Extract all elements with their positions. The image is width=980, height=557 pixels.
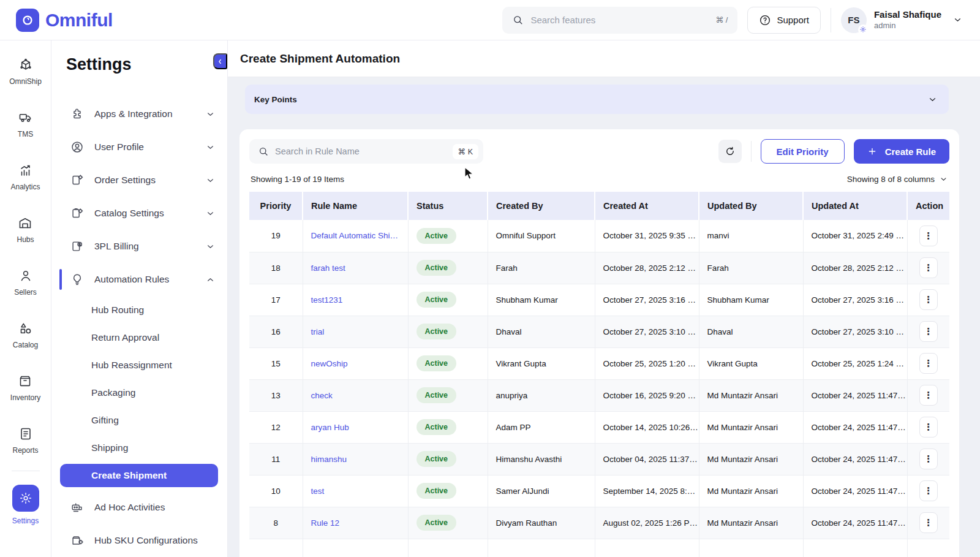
row-actions-button[interactable]: ⋮ bbox=[919, 321, 938, 342]
column-header-rule-name: Rule Name bbox=[303, 192, 408, 220]
edit-priority-button[interactable]: Edit Priority bbox=[761, 139, 845, 164]
avatar-initials: FS bbox=[848, 15, 859, 25]
rule-search-shortcut: ⌘ K bbox=[453, 144, 478, 159]
rule-name-link[interactable]: check bbox=[311, 391, 333, 400]
row-actions-button[interactable]: ⋮ bbox=[919, 512, 938, 533]
sidebar-collapse-button[interactable] bbox=[213, 53, 227, 69]
status-badge: Active bbox=[417, 419, 457, 435]
cell-status: Active bbox=[408, 475, 488, 507]
cell-rule-name: farah test bbox=[303, 252, 408, 284]
row-actions-button[interactable]: ⋮ bbox=[919, 480, 938, 501]
cell-action: ⋮ bbox=[907, 379, 949, 411]
cell-created-at: October 31, 2025 9:35 … bbox=[595, 220, 699, 252]
edit-priority-label: Edit Priority bbox=[777, 146, 829, 157]
rail-item-inventory[interactable]: Inventory bbox=[10, 374, 40, 402]
sidebar-subitem-return-approval[interactable]: Return Approval bbox=[60, 324, 218, 351]
cell-rule-name: trial bbox=[303, 316, 408, 347]
row-actions-button[interactable]: ⋮ bbox=[919, 257, 938, 278]
row-actions-button[interactable]: ⋮ bbox=[919, 385, 938, 406]
support-label: Support bbox=[777, 15, 809, 25]
feature-search-box[interactable]: ⌘ / bbox=[502, 7, 737, 34]
user-menu[interactable]: FS Faisal Shafique admin bbox=[841, 7, 963, 33]
rail-item-reports[interactable]: Reports bbox=[12, 426, 38, 455]
rail-item-tms[interactable]: TMS bbox=[18, 110, 33, 138]
columns-summary-label: Showing 8 of 8 columns bbox=[847, 175, 935, 184]
chevron-down-icon bbox=[205, 241, 216, 252]
columns-selector[interactable]: Showing 8 of 8 columns bbox=[847, 175, 948, 184]
column-header-priority: Priority bbox=[249, 192, 303, 220]
refresh-button[interactable] bbox=[718, 140, 742, 163]
rule-name-link[interactable]: newOship bbox=[311, 359, 348, 368]
sidebar-item-apps-integration[interactable]: Apps & Integration bbox=[60, 97, 218, 131]
cell-empty bbox=[408, 539, 488, 557]
row-actions-button[interactable]: ⋮ bbox=[919, 417, 938, 438]
rail-item-omniship[interactable]: OmniShip bbox=[9, 58, 42, 86]
sidebar-subitem-packaging[interactable]: Packaging bbox=[60, 379, 218, 406]
rail-item-hubs[interactable]: Hubs bbox=[17, 216, 34, 244]
sidebar-subitem-hub-routing[interactable]: Hub Routing bbox=[60, 296, 218, 324]
cell-created-at: October 27, 2025 3:16 … bbox=[595, 284, 699, 316]
sidebar-title: Settings bbox=[60, 55, 218, 74]
warehouse-icon bbox=[18, 216, 32, 230]
cell-empty bbox=[907, 539, 949, 557]
rule-name-link[interactable]: Rule 12 bbox=[311, 518, 340, 528]
top-bar: Omniful ⌘ / Support FS Faisal Shafique a… bbox=[0, 0, 980, 40]
key-points-accordion[interactable]: Key Points bbox=[245, 85, 949, 114]
sidebar-item-user-profile[interactable]: User Profile bbox=[60, 131, 218, 164]
main-area: Create Shipment Automation Key Points ⌘ … bbox=[228, 40, 980, 557]
cell-created-by: Divyam Rauthan bbox=[488, 507, 595, 539]
rail-item-label: Inventory bbox=[10, 393, 40, 402]
rail-item-settings[interactable]: Settings bbox=[12, 485, 39, 525]
sidebar-subitem-hub-reassignment[interactable]: Hub Reassignment bbox=[60, 351, 218, 379]
cell-priority: 12 bbox=[249, 411, 303, 443]
omniful-logo[interactable]: Omniful bbox=[0, 9, 113, 32]
row-actions-button[interactable]: ⋮ bbox=[919, 449, 938, 469]
sidebar-item-label: Ad Hoc Activities bbox=[94, 502, 165, 513]
sidebar-item-automation-rules[interactable]: Automation Rules bbox=[60, 263, 218, 296]
cell-status: Active bbox=[408, 411, 488, 443]
sidebar-subitem-shipping[interactable]: Shipping bbox=[60, 434, 218, 461]
rule-name-link[interactable]: himanshu bbox=[311, 455, 347, 464]
row-actions-button[interactable]: ⋮ bbox=[919, 289, 938, 310]
row-actions-button[interactable]: ⋮ bbox=[919, 353, 938, 374]
rail-item-analytics[interactable]: Analytics bbox=[10, 163, 40, 191]
cell-created-at: October 25, 2025 1:20 … bbox=[595, 347, 699, 379]
sidebar-subitem-create-shipment[interactable]: Create Shipment bbox=[60, 464, 218, 487]
row-actions-button[interactable]: ⋮ bbox=[919, 225, 938, 246]
cell-priority: 8 bbox=[249, 507, 303, 539]
rule-name-link[interactable]: aryan Hub bbox=[311, 423, 349, 432]
rule-name-link[interactable]: farah test bbox=[311, 263, 345, 273]
rule-name-link[interactable]: trial bbox=[311, 327, 325, 336]
sidebar-item-hub-sku[interactable]: Hub SKU Configurations bbox=[60, 524, 218, 557]
sidebar-item-ad-hoc[interactable]: Ad Hoc Activities bbox=[60, 491, 218, 524]
cell-rule-name: check bbox=[303, 379, 408, 411]
sidebar-item-order-settings[interactable]: Order Settings bbox=[60, 164, 218, 197]
create-rule-button[interactable]: Create Rule bbox=[854, 139, 949, 164]
column-header-created-by: Created By bbox=[488, 192, 595, 220]
rail-item-label: Settings bbox=[12, 517, 39, 525]
rule-search-input[interactable] bbox=[275, 146, 447, 156]
omniful-logo-icon bbox=[16, 9, 39, 32]
cell-priority: 19 bbox=[249, 220, 303, 252]
sidebar-item-catalog-settings[interactable]: Catalog Settings bbox=[60, 197, 218, 230]
cell-empty bbox=[303, 539, 408, 557]
support-button[interactable]: Support bbox=[747, 7, 821, 34]
rail-item-sellers[interactable]: Sellers bbox=[14, 268, 37, 297]
rule-name-link[interactable]: Default Automatic Shi… bbox=[311, 231, 399, 240]
cell-created-at: October 16, 2025 9:20 … bbox=[595, 379, 699, 411]
rule-name-link[interactable]: test bbox=[311, 487, 325, 496]
cell-rule-name: Default Automatic Shi… bbox=[303, 220, 408, 252]
rule-name-link[interactable]: test1231 bbox=[311, 295, 343, 305]
rail-item-catalog[interactable]: Catalog bbox=[13, 321, 38, 349]
items-summary: Showing 1-19 of 19 Items bbox=[251, 175, 344, 184]
sidebar-subitem-gifting[interactable]: Gifting bbox=[60, 406, 218, 434]
chevron-down-icon bbox=[952, 15, 963, 25]
user-role: admin bbox=[874, 21, 941, 31]
rule-search-box[interactable]: ⌘ K bbox=[249, 139, 483, 164]
analytics-chart-icon bbox=[18, 163, 33, 178]
feature-search-input[interactable] bbox=[530, 15, 709, 25]
sidebar-item-3pl-billing[interactable]: 3PL Billing bbox=[60, 230, 218, 263]
page-header: Create Shipment Automation bbox=[228, 40, 980, 77]
header-divider bbox=[831, 8, 831, 32]
plus-icon bbox=[867, 146, 877, 156]
